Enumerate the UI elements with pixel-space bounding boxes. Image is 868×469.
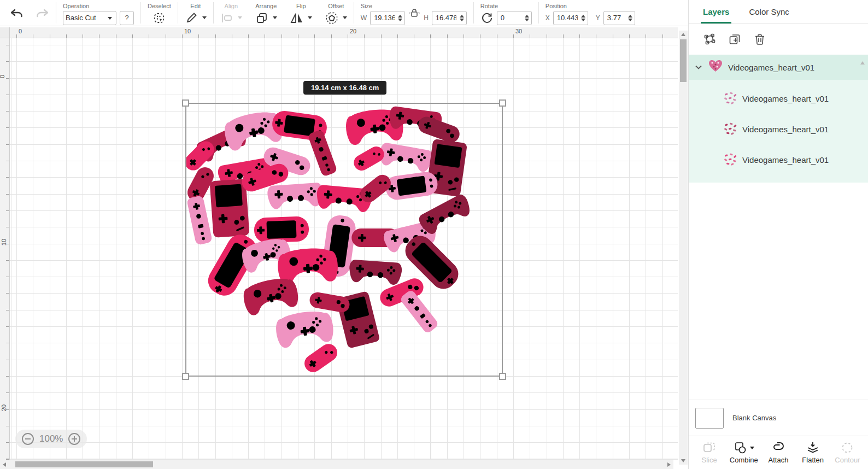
- align-icon: [220, 12, 233, 24]
- rotate-stepper[interactable]: [523, 15, 531, 21]
- operation-help-button[interactable]: ?: [120, 11, 134, 25]
- attach-button[interactable]: Attach: [761, 441, 795, 464]
- panel-scroll-up-icon[interactable]: [860, 61, 865, 65]
- rotate-input[interactable]: [497, 14, 523, 22]
- undo-icon[interactable]: [10, 8, 24, 20]
- height-field: [432, 11, 467, 25]
- chevron-down-icon[interactable]: [202, 16, 207, 19]
- scroll-right-icon[interactable]: [667, 462, 671, 467]
- scroll-down-icon[interactable]: [681, 459, 685, 462]
- width-input[interactable]: [371, 14, 396, 22]
- operation-dropdown[interactable]: Basic Cut: [63, 11, 116, 25]
- size-lock[interactable]: [408, 11, 420, 25]
- position-label: Position: [546, 2, 635, 10]
- blank-canvas-thumbnail: [695, 408, 724, 429]
- layer-group-children: Videogames_heart_v01Videogames_heart_v01…: [689, 80, 868, 183]
- zoom-control: 100%: [15, 430, 87, 448]
- resize-handle-bottom-right[interactable]: [499, 373, 506, 380]
- scroll-up-icon[interactable]: [681, 33, 685, 36]
- ruler-v-label: 10: [1, 239, 7, 245]
- combine-icon: [734, 441, 754, 454]
- resize-handle-top-right[interactable]: [499, 99, 506, 107]
- height-stepper[interactable]: [458, 15, 466, 21]
- slice-icon: [702, 441, 717, 454]
- ruler-h-label: 20: [350, 28, 356, 34]
- combine-button[interactable]: Combine: [726, 441, 761, 464]
- tab-color-sync[interactable]: Color Sync: [749, 0, 789, 24]
- layer-thumbnail: [723, 122, 737, 136]
- layer-group-header[interactable]: Videogames_heart_v01: [689, 55, 868, 80]
- width-field: [370, 11, 405, 25]
- panel-tabs: Layers Color Sync: [689, 0, 868, 24]
- dimension-tooltip: 19.14 cm x 16.48 cm: [303, 81, 386, 95]
- action-label: Attach: [769, 456, 789, 464]
- action-label: Flatten: [802, 456, 824, 464]
- width-stepper[interactable]: [396, 15, 404, 21]
- deselect-icon[interactable]: [153, 11, 166, 25]
- zoom-out-icon[interactable]: [22, 433, 34, 445]
- edit-label: Edit: [190, 2, 201, 10]
- rotate-field: [497, 11, 532, 25]
- horizontal-scrollbar[interactable]: [0, 460, 673, 469]
- x-label: X: [546, 14, 550, 22]
- chevron-down-icon[interactable]: [343, 16, 347, 19]
- resize-handle-bottom-left[interactable]: [182, 373, 189, 380]
- rotate-icon[interactable]: [480, 11, 494, 25]
- operation-label: Operation: [63, 2, 134, 10]
- ruler-v-label: 20: [1, 404, 7, 411]
- width-label: W: [361, 14, 367, 22]
- layer-thumbnail: [723, 153, 737, 167]
- tab-layers[interactable]: Layers: [703, 0, 729, 24]
- group-icon[interactable]: [703, 33, 716, 46]
- arrange-icon[interactable]: [255, 11, 268, 25]
- edit-pencil-icon[interactable]: [185, 11, 198, 25]
- ruler-h-label: 0: [19, 28, 22, 34]
- scroll-left-icon[interactable]: [3, 462, 6, 467]
- vertical-scrollbar[interactable]: [679, 31, 688, 465]
- slice-button: Slice: [692, 441, 726, 464]
- flip-icon[interactable]: [290, 11, 303, 25]
- x-stepper[interactable]: [579, 15, 588, 21]
- offset-icon[interactable]: [325, 11, 338, 25]
- x-input[interactable]: [554, 14, 579, 22]
- bottom-action-bar: SliceCombineAttachFlattenContour: [689, 436, 868, 469]
- deselect-label: Deselect: [148, 2, 171, 10]
- ruler-h-label: 30: [515, 28, 522, 34]
- contour-icon: [840, 441, 854, 454]
- horizontal-scroll-thumb[interactable]: [15, 461, 153, 467]
- layer-item[interactable]: Videogames_heart_v01: [689, 114, 868, 144]
- resize-handle-top-left[interactable]: [182, 99, 189, 107]
- redo-icon[interactable]: [35, 8, 49, 20]
- height-input[interactable]: [432, 14, 458, 22]
- vertical-scroll-thumb[interactable]: [680, 39, 687, 82]
- y-field: [603, 11, 635, 25]
- y-stepper[interactable]: [626, 15, 635, 21]
- layer-item-label: Videogames_heart_v01: [742, 155, 829, 165]
- y-label: Y: [596, 14, 600, 22]
- layers-panel: Layers Color Sync: [688, 0, 868, 469]
- blank-canvas-row[interactable]: Blank Canvas: [689, 400, 868, 436]
- flatten-button[interactable]: Flatten: [796, 441, 830, 464]
- y-input[interactable]: [604, 14, 626, 22]
- blank-canvas-label: Blank Canvas: [732, 414, 776, 422]
- trash-icon[interactable]: [753, 33, 766, 46]
- selection-box[interactable]: [185, 103, 503, 377]
- duplicate-icon[interactable]: [728, 33, 741, 46]
- x-field: [553, 11, 588, 25]
- zoom-in-icon[interactable]: [68, 433, 80, 445]
- flip-label: Flip: [296, 2, 306, 10]
- chevron-down-icon[interactable]: [308, 16, 312, 19]
- action-label: Contour: [835, 456, 860, 464]
- zoom-level: 100%: [39, 433, 63, 444]
- chevron-down-icon[interactable]: [273, 16, 277, 19]
- flatten-icon: [806, 441, 820, 454]
- attach-icon: [770, 441, 787, 454]
- group-thumbnail: [708, 60, 723, 75]
- chevron-down-icon: [238, 16, 242, 19]
- layer-item-label: Videogames_heart_v01: [742, 94, 829, 103]
- layer-item[interactable]: Videogames_heart_v01: [689, 144, 868, 175]
- height-label: H: [424, 14, 429, 22]
- rotate-label: Rotate: [480, 2, 532, 10]
- chevron-down-icon[interactable]: [694, 63, 703, 72]
- layer-item[interactable]: Videogames_heart_v01: [689, 83, 868, 114]
